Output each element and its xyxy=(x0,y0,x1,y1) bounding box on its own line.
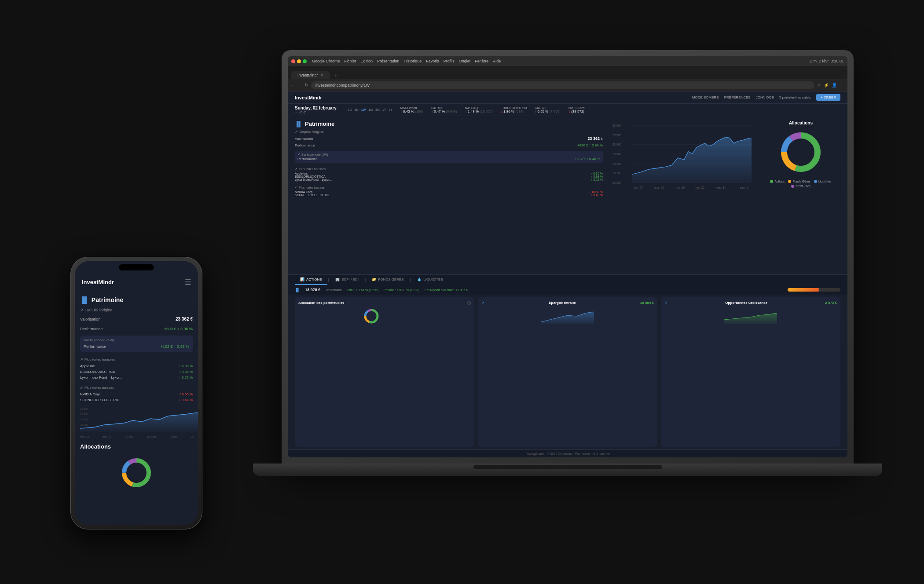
mobile-hausses: ↗ Plus fortes hausses Apple Inc ↑ 6.30 %… xyxy=(80,358,193,380)
trend-up-icon: ↗ xyxy=(295,167,297,171)
browser-tab-bar: InvestMindr ✕ + xyxy=(288,66,847,79)
mobile-period-perf: Performance +102 € ↑ 0.46 % xyxy=(84,343,189,350)
user-btn[interactable]: JOHN DOE xyxy=(756,95,774,99)
card-croissance[interactable]: ↗ Opportunités Croissance 2 573 € xyxy=(661,297,840,447)
tab-divider-1: | xyxy=(328,277,330,282)
valorisation-row: Valorisation 23 362 € xyxy=(295,136,603,141)
card-epargne-title: ↗ Épargne retraite 10 584 € xyxy=(481,301,654,305)
sp-val: 0.47 % xyxy=(434,110,445,113)
patrimoine-stats: ▐▌ Patrimoine ↗ Depuis l'origine Valoris… xyxy=(295,120,603,270)
menu-historique[interactable]: Historique xyxy=(404,59,422,63)
baisse-2: SCHNEIDER ELECTRIC ↓ 9.48 % xyxy=(295,193,603,197)
hausses-box: ↗ Plus fortes hausses Apple Inc ↑ 6.30 %… xyxy=(295,167,603,181)
create-button[interactable]: + CRÉER xyxy=(816,94,840,101)
legend-dot-fonds xyxy=(788,180,791,183)
port-cible: Par rapport à la cible : +1 397 € xyxy=(425,288,468,292)
menu-favoris[interactable]: Favoris xyxy=(426,59,439,63)
msci-val: 0.43 % xyxy=(403,110,414,113)
mobile-menu-icon[interactable]: ☰ xyxy=(185,278,191,286)
bar-chart-icon-small: ▐▌ xyxy=(295,288,300,292)
patrimoine-chart-svg: 23 600 23 500 23 400 23 300 23 200 23 10… xyxy=(607,120,757,191)
date-display: Sunday, 02 february xyxy=(295,106,337,110)
menu-profils[interactable]: Profils xyxy=(444,59,455,63)
forward-button[interactable]: → xyxy=(298,82,303,88)
mobile-screen: InvestMindr ☰ ▐▌ Patrimoine ↗ Depuis l'o… xyxy=(75,261,198,525)
tab-fonds[interactable]: 📁 FONDS GÉRÉS xyxy=(367,275,409,285)
new-tab-button[interactable]: + xyxy=(334,72,337,79)
y-label-2: 23 400 xyxy=(612,143,621,146)
period-1d[interactable]: 1D xyxy=(348,108,352,111)
link-icon3: ↗ xyxy=(664,301,667,305)
ticker-nikkei: NIKKEI 225 ↓ (39 572) xyxy=(568,106,585,113)
allocations-panel: Allocations xyxy=(761,120,840,270)
mobile-hausse-1: Apple Inc ↑ 6.30 % xyxy=(80,363,193,369)
mobile-val: 23 362 € xyxy=(176,317,193,321)
minimize-button[interactable] xyxy=(297,59,301,63)
mobile-baisse-2: SCHNEIDER ELECTRIC ↓ 9.48 % xyxy=(80,397,193,403)
period-3y[interactable]: 3Y xyxy=(389,108,392,111)
mobile-donut-center xyxy=(128,465,144,481)
m-y-3: 23 100 xyxy=(80,423,88,426)
period-3m[interactable]: 3M xyxy=(375,108,380,111)
menu-onglet[interactable]: Onglet xyxy=(459,59,471,63)
svg-marker-13 xyxy=(724,313,777,324)
menu-chrome[interactable]: Google Chrome xyxy=(312,59,340,63)
bookmark-icon[interactable]: ☆ xyxy=(817,83,821,88)
hausse-1: Apple Inc ↑ 6.30 % xyxy=(295,172,603,175)
x-label-1: mar. 28 xyxy=(654,186,664,189)
menu-fichier[interactable]: Fichier xyxy=(345,59,356,63)
mode-sombre-btn[interactable]: MODE SOMBRE xyxy=(692,95,719,99)
ticker-eurostoxx: EURO STOXX 600 ↓ 1.86 % (538) xyxy=(501,106,527,113)
x-label-4: ven. 31 xyxy=(716,186,726,189)
performance-row: Performance +890 € ↑ 3.96 % xyxy=(295,143,603,147)
reload-button[interactable]: ↻ xyxy=(304,82,308,88)
tab-close-icon[interactable]: ✕ xyxy=(321,73,324,77)
card-epargne[interactable]: ↗ Épargne retraite 10 584 € xyxy=(478,297,657,447)
ticker-strip: Sunday, 02 february — (0 €) 1D 3D 1W 1M … xyxy=(288,104,847,116)
card-allocation[interactable]: Allocation des portefeuilles ⓘ xyxy=(295,297,474,447)
tab-liquidites[interactable]: 💧 LIQUIDITÉS xyxy=(412,275,448,285)
period-1y[interactable]: 1Y xyxy=(382,108,386,111)
menu-aide[interactable]: Aide xyxy=(493,59,501,63)
profile-icon[interactable]: 👤 xyxy=(832,83,837,88)
period-icon: ↗ xyxy=(297,153,300,156)
browser-tab-active[interactable]: InvestMindr ✕ xyxy=(291,71,330,79)
fonds-icon: 📁 xyxy=(372,277,376,281)
extension-icon[interactable]: ⚡ xyxy=(824,83,829,88)
menu-icon[interactable]: ⋮ xyxy=(840,83,844,88)
trend-down-icon: ↙ xyxy=(295,186,297,189)
mobile-hausse-3: Lyxor Index Fund – Lyxor... ↑ 3.73 % xyxy=(80,375,193,380)
x-label-0: lun. 27 xyxy=(634,186,643,189)
legend-fonds: Fonds Gérés xyxy=(788,180,810,183)
date-block: Sunday, 02 february — (0 €) xyxy=(295,106,337,114)
y-label-0: 23 600 xyxy=(612,124,621,127)
mobile-valorisation-row: Valorisation 23 362 € xyxy=(80,316,193,322)
mobile-donut xyxy=(80,455,193,490)
hausses-label: ↗ Plus fortes hausses xyxy=(295,167,603,171)
tab-divider-3: | xyxy=(410,277,411,282)
menu-presentation[interactable]: Présentation xyxy=(377,59,400,63)
nav-buttons: ← → ↻ xyxy=(291,82,308,88)
back-button[interactable]: ← xyxy=(291,82,296,88)
x-label-2: mer. 29 xyxy=(675,186,685,189)
tab-scpi[interactable]: 🏢 SCPI / SCI xyxy=(330,275,364,285)
mobile-patrimoine-title: ▐▌ Patrimoine xyxy=(80,296,193,303)
period-1w[interactable]: 1W xyxy=(361,108,366,111)
laptop: Google Chrome Fichier Édition Présentati… xyxy=(282,50,854,512)
close-button[interactable] xyxy=(291,59,295,63)
bar-chart-icon: ▐▌ xyxy=(295,121,302,127)
tab-actions[interactable]: 📊 ACTIONS xyxy=(295,275,327,285)
period-1m[interactable]: 1M xyxy=(368,108,373,111)
period-box: ↗ Sur la période (1W) Performance +182 €… xyxy=(295,151,603,163)
maximize-button[interactable] xyxy=(303,59,307,63)
period-3d[interactable]: 3D xyxy=(355,108,359,111)
menu-edition[interactable]: Édition xyxy=(361,59,373,63)
mobile-baisses-label: ↙ Plus fortes baisses xyxy=(80,386,193,390)
patrimoine-since: ↗ Depuis l'origine xyxy=(295,130,603,134)
ticker-msci: MSCI World ↑ 0.43 % (160) xyxy=(400,106,423,113)
hausse-2: ESSILORLUXOTTICA ↑ 3.98 % xyxy=(295,175,603,178)
preferences-btn[interactable]: PRÉFÉRENCES xyxy=(724,95,751,99)
ticker-nasdaq: NASDAQ ↑ 1.48 % (19 627) xyxy=(465,106,493,113)
url-input[interactable] xyxy=(311,81,814,89)
menu-fenetre[interactable]: Fenêtre xyxy=(475,59,488,63)
